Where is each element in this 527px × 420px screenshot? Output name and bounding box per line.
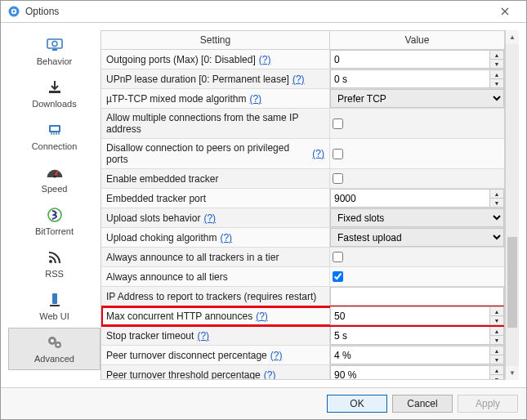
spin-input[interactable]: ▲▼ xyxy=(330,189,504,208)
select-input[interactable]: Fixed slots xyxy=(330,208,504,227)
checkbox-input[interactable] xyxy=(333,173,343,184)
dialog-body: BehaviorDownloadsConnectionSpeedBitTorre… xyxy=(1,23,526,387)
setting-label: Stop tracker timeout (?) xyxy=(101,326,330,345)
footer: OK Cancel Apply xyxy=(1,387,526,419)
sidebar-item-label: Speed xyxy=(11,184,98,194)
spin-field[interactable] xyxy=(330,189,489,208)
setting-label: Allow multiple connections from the same… xyxy=(101,109,330,138)
help-link[interactable]: (?) xyxy=(249,93,261,105)
setting-label: Upload slots behavior (?) xyxy=(101,208,330,227)
scroll-down-arrow[interactable]: ▼ xyxy=(506,366,519,380)
sidebar-item-advanced[interactable]: Advanced xyxy=(8,328,100,370)
spin-buttons[interactable]: ▲▼ xyxy=(489,189,504,208)
help-link[interactable]: (?) xyxy=(259,54,271,65)
spin-field[interactable] xyxy=(330,326,489,345)
spin-input[interactable]: ▲▼ xyxy=(330,346,504,364)
setting-value: ▲▼ xyxy=(330,346,504,364)
spin-down[interactable]: ▼ xyxy=(490,375,503,379)
bittorrent-icon xyxy=(11,206,98,224)
setting-value: Fastest upload xyxy=(330,228,504,247)
setting-label: µTP-TCP mixed mode algorithm (?) xyxy=(101,89,330,108)
help-link[interactable]: (?) xyxy=(203,212,216,224)
checkbox-input[interactable] xyxy=(333,149,343,159)
spin-down[interactable]: ▼ xyxy=(490,60,503,68)
spin-up[interactable]: ▲ xyxy=(490,346,503,355)
spin-input[interactable]: ▲▼ xyxy=(330,69,504,88)
spin-up[interactable]: ▲ xyxy=(490,366,503,375)
sidebar-item-behavior[interactable]: Behavior xyxy=(8,30,100,73)
setting-label: Enable embedded tracker xyxy=(101,169,330,188)
checkbox-input[interactable] xyxy=(333,252,343,262)
checkbox-input[interactable] xyxy=(333,118,343,129)
spin-up[interactable]: ▲ xyxy=(490,307,503,316)
spin-field[interactable] xyxy=(330,50,489,69)
sidebar-item-label: Web UI xyxy=(11,311,98,321)
spin-buttons[interactable]: ▲▼ xyxy=(489,69,504,88)
select-input[interactable]: Prefer TCP xyxy=(330,89,504,108)
setting-value: ▲▼ xyxy=(330,189,504,208)
apply-button[interactable]: Apply xyxy=(458,395,518,413)
help-link[interactable]: (?) xyxy=(197,330,209,342)
spin-buttons[interactable]: ▲▼ xyxy=(489,365,504,379)
spin-down[interactable]: ▼ xyxy=(490,316,503,324)
spin-field[interactable] xyxy=(330,346,489,364)
header-setting: Setting xyxy=(101,31,330,49)
spin-input[interactable]: ▲▼ xyxy=(330,326,504,345)
text-input[interactable] xyxy=(330,287,504,306)
help-link[interactable]: (?) xyxy=(270,350,283,361)
spin-up[interactable]: ▲ xyxy=(490,190,503,199)
setting-value xyxy=(330,287,504,306)
scroll-up-arrow[interactable]: ▲ xyxy=(506,30,519,44)
help-link[interactable]: (?) xyxy=(220,232,232,244)
spin-field[interactable] xyxy=(330,306,489,325)
spin-up[interactable]: ▲ xyxy=(490,70,503,79)
setting-label: Upload choking algorithm (?) xyxy=(101,228,330,247)
sidebar-item-downloads[interactable]: Downloads xyxy=(8,73,100,115)
spin-down[interactable]: ▼ xyxy=(490,79,503,87)
help-link[interactable]: (?) xyxy=(293,74,305,85)
sidebar-item-web-ui[interactable]: Web UI xyxy=(8,285,100,328)
svg-rect-12 xyxy=(52,293,57,304)
sidebar-item-label: Advanced xyxy=(11,354,98,364)
checkbox-input[interactable] xyxy=(333,271,343,282)
sidebar-item-speed[interactable]: Speed xyxy=(8,158,100,200)
close-button[interactable] xyxy=(489,1,521,22)
spin-buttons[interactable]: ▲▼ xyxy=(489,50,504,69)
spin-buttons[interactable]: ▲▼ xyxy=(489,306,504,325)
spin-down[interactable]: ▼ xyxy=(490,199,503,207)
ok-button[interactable]: OK xyxy=(327,395,387,413)
svg-point-9 xyxy=(53,175,56,177)
scroll-thumb[interactable] xyxy=(507,237,517,327)
help-link[interactable]: (?) xyxy=(312,148,324,159)
spin-up[interactable]: ▲ xyxy=(490,51,503,60)
setting-value xyxy=(330,267,504,286)
spin-buttons[interactable]: ▲▼ xyxy=(489,346,504,364)
table-row: Allow multiple connections from the same… xyxy=(101,109,504,139)
select-input[interactable]: Fastest upload xyxy=(330,228,504,247)
table-row: IP Address to report to trackers (requir… xyxy=(101,287,504,306)
setting-value xyxy=(330,109,504,138)
help-link[interactable]: (?) xyxy=(256,311,268,322)
spin-field[interactable] xyxy=(330,365,489,379)
spin-down[interactable]: ▼ xyxy=(490,336,503,344)
svg-rect-4 xyxy=(52,49,57,51)
setting-label: UPnP lease duration [0: Permanent lease]… xyxy=(101,69,330,88)
sidebar-item-bittorrent[interactable]: BitTorrent xyxy=(8,200,100,243)
sidebar-item-connection[interactable]: Connection xyxy=(8,115,100,158)
cancel-button[interactable]: Cancel xyxy=(392,395,453,413)
spin-input[interactable]: ▲▼ xyxy=(330,365,504,379)
spin-up[interactable]: ▲ xyxy=(490,327,503,336)
help-link[interactable]: (?) xyxy=(264,369,276,380)
spin-input[interactable]: ▲▼ xyxy=(330,50,504,69)
spin-input[interactable]: ▲▼ xyxy=(330,306,504,325)
spin-down[interactable]: ▼ xyxy=(490,355,503,364)
table-row: Stop tracker timeout (?)▲▼ xyxy=(101,326,504,346)
scroll-track[interactable] xyxy=(506,44,519,366)
svg-point-5 xyxy=(52,42,57,47)
table-row: Max concurrent HTTP announces (?)▲▼ xyxy=(101,306,504,326)
spin-field[interactable] xyxy=(330,69,489,88)
vertical-scrollbar[interactable]: ▲ ▼ xyxy=(505,30,519,380)
spin-buttons[interactable]: ▲▼ xyxy=(489,326,504,345)
setting-value: ▲▼ xyxy=(330,365,504,379)
sidebar-item-rss[interactable]: RSS xyxy=(8,243,100,285)
